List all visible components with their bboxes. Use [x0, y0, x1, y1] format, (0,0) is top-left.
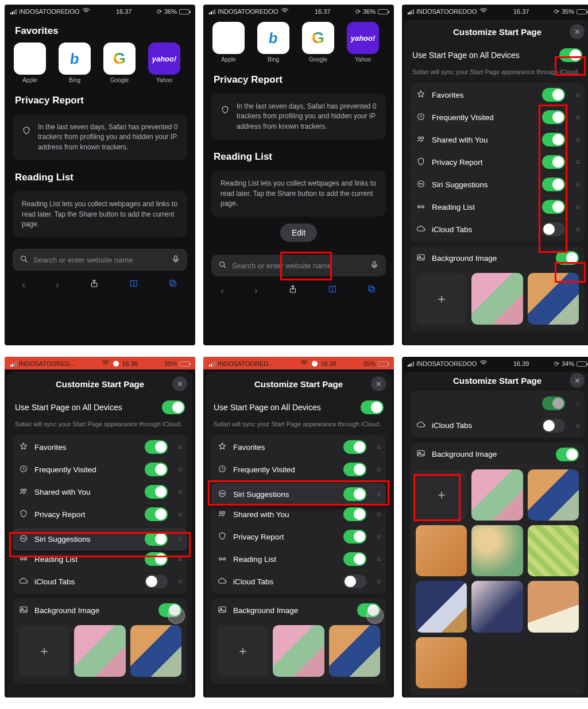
drag-handle-icon[interactable]: ≡: [575, 113, 579, 122]
forward-button[interactable]: ›: [254, 285, 258, 296]
drag-handle-icon[interactable]: ≡: [377, 554, 380, 564]
background-option[interactable]: [528, 469, 579, 521]
add-background-button[interactable]: ＋: [217, 625, 268, 676]
mic-icon[interactable]: [370, 260, 379, 271]
share-button[interactable]: [288, 284, 297, 296]
toggle-all-devices[interactable]: [559, 48, 582, 62]
add-background-button[interactable]: ＋: [416, 469, 467, 521]
toggle-all-devices[interactable]: [162, 400, 185, 414]
favorite-bing[interactable]: b Bing: [57, 43, 92, 83]
drag-handle-icon[interactable]: ≡: [575, 421, 579, 430]
background-option[interactable]: [528, 273, 579, 324]
background-option[interactable]: [471, 273, 523, 324]
add-background-button[interactable]: ＋: [18, 625, 69, 676]
drag-handle-icon[interactable]: ≡: [575, 157, 579, 167]
drag-handle-icon[interactable]: ≡: [377, 465, 380, 474]
toggle-reading list[interactable]: [145, 552, 168, 566]
drag-handle-icon[interactable]: ≡: [575, 225, 579, 234]
toggle-icloud tabs[interactable]: [343, 575, 366, 588]
address-bar[interactable]: Search or enter website name: [211, 255, 386, 276]
background-option[interactable]: [416, 637, 467, 688]
toggle-favorites[interactable]: [542, 88, 565, 102]
tabs-button[interactable]: [168, 279, 177, 291]
mic-icon[interactable]: [171, 255, 180, 265]
toggle-reading list[interactable]: [343, 552, 366, 566]
favorite-bing[interactable]: bBing: [256, 22, 291, 63]
favorite-yahoo[interactable]: yahoo!Yahoo: [346, 22, 380, 63]
drag-handle-icon[interactable]: ≡: [178, 465, 181, 474]
drag-handle-icon[interactable]: ≡: [178, 577, 181, 586]
toggle-reading list[interactable]: [542, 200, 565, 214]
bookmarks-button[interactable]: [328, 284, 337, 296]
background-option[interactable]: [416, 525, 467, 576]
background-option[interactable]: [329, 625, 380, 676]
drag-handle-icon[interactable]: ≡: [575, 90, 579, 99]
drag-handle-icon[interactable]: ≡: [575, 180, 579, 189]
drag-handle-icon[interactable]: ≡: [575, 135, 579, 144]
drag-handle-icon[interactable]: ≡: [178, 487, 181, 496]
background-option[interactable]: [528, 525, 579, 576]
readinglist-card[interactable]: Reading List lets you collect webpages a…: [211, 171, 386, 217]
toggle-icloud tabs[interactable]: [542, 222, 565, 236]
background-option[interactable]: [130, 625, 181, 676]
toggle-siri suggestions[interactable]: [145, 532, 168, 546]
drag-handle-icon[interactable]: ≡: [178, 554, 181, 564]
background-option[interactable]: [273, 625, 324, 676]
toggle-favorites[interactable]: [145, 440, 168, 454]
favorite-google[interactable]: G Google: [102, 43, 137, 83]
drag-handle-icon[interactable]: ≡: [377, 490, 380, 499]
toggle-prev[interactable]: [542, 396, 565, 410]
drag-handle-icon[interactable]: ≡: [377, 577, 380, 586]
background-option[interactable]: [471, 581, 523, 632]
toggle-shared with you[interactable]: [145, 485, 168, 499]
toggle-privacy report[interactable]: [145, 507, 168, 521]
toggle-privacy report[interactable]: [343, 530, 366, 544]
forward-button[interactable]: ›: [56, 279, 59, 291]
tabs-button[interactable]: [367, 284, 376, 296]
close-button[interactable]: ✕: [570, 373, 585, 388]
favorite-apple[interactable]: Apple: [13, 43, 47, 83]
toggle-privacy report[interactable]: [542, 155, 565, 169]
toggle-frequently visited[interactable]: [542, 110, 565, 124]
back-button[interactable]: ‹: [22, 279, 25, 291]
background-option[interactable]: [74, 625, 125, 676]
background-option[interactable]: [528, 581, 579, 632]
drag-handle-icon[interactable]: ≡: [377, 532, 380, 541]
drag-handle-icon[interactable]: ≡: [575, 399, 579, 408]
edit-button[interactable]: Edit: [280, 224, 317, 242]
address-bar[interactable]: Search or enter website name: [13, 249, 187, 271]
favorite-apple[interactable]: Apple: [211, 22, 246, 63]
privacy-report-card[interactable]: In the last seven days, Safari has preve…: [13, 114, 187, 160]
readinglist-card[interactable]: Reading List lets you collect webpages a…: [13, 191, 187, 237]
background-option[interactable]: [471, 525, 523, 576]
toggle-siri suggestions[interactable]: [542, 178, 565, 191]
background-option[interactable]: [471, 469, 523, 521]
favorite-yahoo[interactable]: yahoo! Yahoo: [147, 43, 181, 83]
toggle-frequently visited[interactable]: [145, 463, 168, 476]
favorite-google[interactable]: GGoogle: [301, 22, 335, 63]
drag-handle-icon[interactable]: ≡: [178, 534, 181, 544]
back-button[interactable]: ‹: [220, 285, 224, 296]
background-option[interactable]: [416, 581, 467, 632]
toggle-all-devices[interactable]: [361, 400, 384, 414]
drag-handle-icon[interactable]: ≡: [178, 442, 181, 452]
drag-handle-icon[interactable]: ≡: [377, 510, 380, 519]
share-button[interactable]: [90, 279, 99, 291]
toggle-icloud-tabs[interactable]: [542, 419, 565, 433]
toggle-icloud tabs[interactable]: [145, 575, 168, 588]
toggle-frequently visited[interactable]: [343, 463, 366, 476]
toggle-background[interactable]: [556, 251, 579, 265]
close-button[interactable]: ✕: [172, 376, 187, 391]
close-button[interactable]: ✕: [570, 24, 585, 39]
toggle-favorites[interactable]: [343, 440, 366, 454]
drag-handle-icon[interactable]: ≡: [178, 510, 181, 519]
toggle-background[interactable]: [556, 448, 579, 461]
close-button[interactable]: ✕: [371, 376, 386, 391]
bookmarks-button[interactable]: [129, 279, 138, 291]
privacy-report-card[interactable]: In the last seven days, Safari has preve…: [211, 94, 386, 140]
add-background-button[interactable]: ＋: [416, 273, 467, 324]
toggle-siri suggestions[interactable]: [343, 487, 366, 501]
drag-handle-icon[interactable]: ≡: [377, 442, 380, 452]
toggle-shared with you[interactable]: [542, 133, 565, 147]
drag-handle-icon[interactable]: ≡: [575, 202, 579, 211]
